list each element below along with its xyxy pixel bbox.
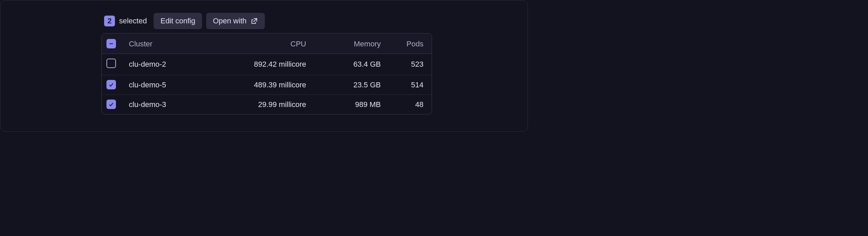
header-memory[interactable]: Memory	[313, 34, 388, 54]
open-with-label: Open with	[213, 17, 246, 25]
cell-pods: 514	[388, 75, 432, 95]
cell-cpu: 892.42 millicore	[225, 54, 313, 75]
row-checkbox[interactable]	[106, 59, 116, 68]
edit-config-button[interactable]: Edit config	[154, 13, 202, 29]
cell-cpu: 489.39 millicore	[225, 75, 313, 95]
cluster-table-container: Cluster CPU Memory Pods clu-demo-2 892.4…	[101, 33, 432, 114]
selection-toolbar: 2 selected Edit config Open with	[104, 13, 528, 29]
header-pods[interactable]: Pods	[388, 34, 432, 54]
open-external-icon	[251, 17, 258, 25]
cell-cluster: clu-demo-2	[122, 54, 225, 75]
table-row[interactable]: clu-demo-3 29.99 millicore 989 MB 48	[102, 95, 432, 114]
edit-config-label: Edit config	[160, 17, 195, 25]
row-checkbox[interactable]	[106, 100, 116, 109]
selection-count-badge: 2	[104, 16, 115, 26]
open-with-button[interactable]: Open with	[206, 13, 265, 29]
header-cpu[interactable]: CPU	[225, 34, 313, 54]
table-row[interactable]: clu-demo-2 892.42 millicore 63.4 GB 523	[102, 54, 432, 75]
cell-cluster: clu-demo-5	[122, 75, 225, 95]
header-checkbox-cell	[102, 34, 122, 54]
check-icon	[108, 82, 114, 88]
cell-memory: 63.4 GB	[313, 54, 388, 75]
cell-memory: 23.5 GB	[313, 75, 388, 95]
selection-label: selected	[119, 17, 147, 25]
row-checkbox[interactable]	[106, 80, 116, 89]
indeterminate-icon	[108, 41, 114, 47]
header-cluster[interactable]: Cluster	[122, 34, 225, 54]
table-header-row: Cluster CPU Memory Pods	[102, 34, 432, 54]
table-body: clu-demo-2 892.42 millicore 63.4 GB 523 …	[102, 54, 432, 114]
check-icon	[108, 101, 114, 107]
cell-memory: 989 MB	[313, 95, 388, 114]
cell-pods: 48	[388, 95, 432, 114]
cell-cpu: 29.99 millicore	[225, 95, 313, 114]
cell-pods: 523	[388, 54, 432, 75]
table-row[interactable]: clu-demo-5 489.39 millicore 23.5 GB 514	[102, 75, 432, 95]
cluster-panel: 2 selected Edit config Open with	[0, 0, 528, 132]
select-all-checkbox[interactable]	[106, 39, 116, 48]
cluster-table: Cluster CPU Memory Pods clu-demo-2 892.4…	[102, 34, 432, 114]
cell-cluster: clu-demo-3	[122, 95, 225, 114]
